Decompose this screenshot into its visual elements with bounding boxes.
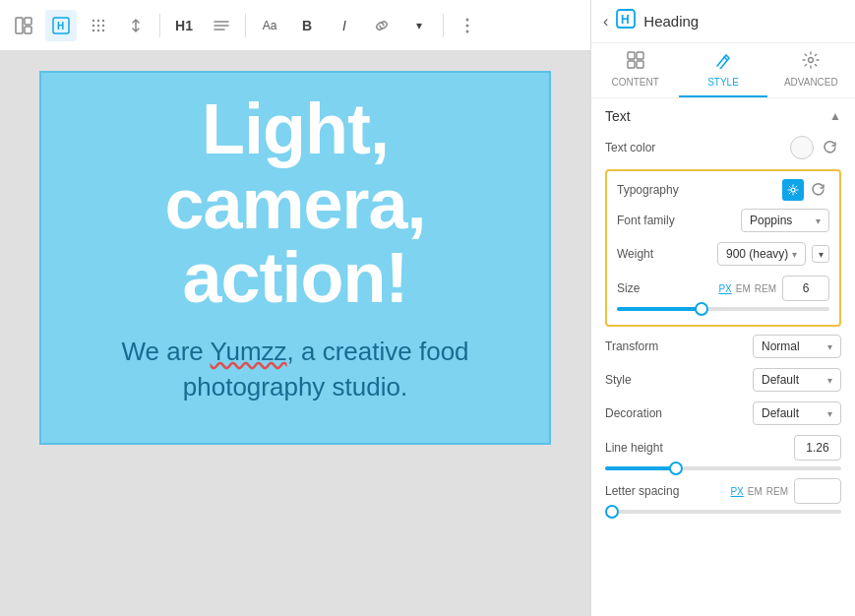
text-format-button[interactable]: Aa (254, 10, 285, 41)
size-slider-thumb[interactable] (695, 302, 708, 316)
font-family-label: Font family (617, 214, 675, 227)
svg-point-18 (466, 24, 469, 27)
heading-button[interactable]: H (45, 10, 77, 41)
line-height-input[interactable] (794, 435, 841, 461)
style-select[interactable]: Default ▾ (753, 368, 841, 392)
bold-button[interactable]: B (291, 10, 323, 41)
weight-expand[interactable]: ▾ (812, 245, 829, 263)
left-panel: H H1 (0, 0, 590, 616)
svg-point-7 (102, 19, 104, 21)
svg-rect-24 (628, 61, 635, 68)
advanced-tab-icon (802, 51, 820, 73)
canvas-area: Light, camera, action! We are Yumzz, a c… (0, 51, 590, 616)
line-height-container: Line height (605, 435, 841, 470)
transform-select[interactable]: Normal ▾ (753, 335, 841, 358)
svg-point-12 (97, 29, 99, 31)
content-box[interactable]: Light, camera, action! We are Yumzz, a c… (39, 71, 551, 445)
separator2 (245, 14, 246, 37)
tab-style[interactable]: STYLE (679, 43, 766, 97)
panel-title: Heading (643, 13, 699, 30)
letter-spacing-input[interactable] (794, 478, 841, 504)
size-unit-px[interactable]: PX (718, 283, 731, 294)
decoration-arrow: ▾ (827, 408, 832, 419)
ls-unit-em[interactable]: EM (748, 486, 763, 497)
font-family-select[interactable]: Poppins ▾ (741, 209, 829, 232)
transform-label: Transform (605, 339, 658, 353)
content-tab-icon (627, 51, 644, 73)
svg-rect-1 (25, 18, 31, 25)
arrows-button[interactable] (120, 10, 152, 41)
font-family-row: Font family Poppins ▾ (617, 209, 829, 232)
letter-spacing-label: Letter spacing (605, 484, 679, 498)
size-input[interactable] (782, 276, 829, 301)
weight-arrow: ▾ (792, 249, 797, 260)
svg-point-17 (466, 18, 469, 21)
text-color-reset[interactable] (820, 137, 841, 158)
tab-content[interactable]: CONTENT (591, 43, 679, 97)
back-button[interactable]: ‹ (603, 13, 608, 31)
panel-content: Text ▲ Text color (591, 98, 855, 616)
content-tab-label: CONTENT (611, 77, 658, 88)
subtext: We are Yumzz, a creative food photograph… (61, 334, 529, 405)
transform-arrow: ▾ (827, 341, 832, 352)
separator (159, 14, 160, 37)
letter-spacing-container: Letter spacing PX EM REM (605, 478, 841, 514)
line-height-slider-thumb[interactable] (669, 462, 683, 475)
weight-select[interactable]: 900 (heavy) ▾ (717, 242, 806, 266)
options-button[interactable] (452, 10, 483, 41)
text-section-header[interactable]: Text ▲ (591, 98, 855, 132)
size-slider-track (617, 307, 829, 311)
svg-rect-25 (637, 61, 643, 68)
grid-button[interactable] (83, 10, 114, 41)
svg-point-13 (102, 29, 104, 31)
typography-gear[interactable] (782, 179, 804, 201)
svg-point-5 (92, 19, 94, 21)
align-button[interactable] (206, 10, 237, 41)
decoration-select[interactable]: Default ▾ (753, 401, 841, 425)
svg-point-8 (92, 24, 94, 26)
h1-button[interactable]: H1 (168, 10, 200, 41)
right-panel: ‹ H Heading CONTENT (590, 0, 855, 616)
letter-spacing-units: PX EM REM (730, 486, 788, 497)
style-label: Style (605, 373, 632, 387)
size-slider-container (617, 307, 829, 311)
panel-header: ‹ H Heading (591, 0, 855, 43)
size-slider-fill (617, 307, 702, 311)
separator3 (443, 14, 444, 37)
letter-spacing-thumb[interactable] (605, 505, 619, 519)
svg-point-26 (809, 58, 814, 63)
editor-toolbar: H H1 (0, 0, 590, 51)
ls-unit-rem[interactable]: REM (766, 486, 788, 497)
svg-text:H: H (57, 21, 64, 31)
text-color-controls (790, 136, 841, 159)
svg-point-11 (92, 29, 94, 31)
size-units: PX EM REM (718, 283, 776, 294)
tab-advanced[interactable]: ADVANCED (767, 43, 855, 97)
line-height-slider-track (605, 466, 841, 470)
style-arrow: ▾ (827, 375, 832, 386)
typography-header: Typography (617, 179, 829, 201)
svg-rect-22 (628, 52, 635, 59)
svg-rect-23 (637, 52, 643, 59)
heading-text: Light, camera, action! (164, 92, 425, 316)
style-tab-label: STYLE (707, 77, 739, 88)
italic-button[interactable]: I (329, 10, 360, 41)
link-button[interactable] (366, 10, 397, 41)
svg-point-9 (97, 24, 99, 26)
size-unit-em[interactable]: EM (736, 283, 751, 294)
typography-label: Typography (617, 183, 679, 197)
ls-unit-px[interactable]: PX (730, 486, 743, 497)
svg-point-6 (97, 19, 99, 21)
typography-reset[interactable] (808, 179, 829, 201)
text-color-label: Text color (605, 141, 655, 154)
typography-actions (782, 179, 829, 201)
weight-label: Weight (617, 247, 653, 261)
panel-tabs: CONTENT STYLE ADVANCED (591, 43, 855, 98)
more-button[interactable]: ▾ (403, 10, 435, 41)
svg-rect-2 (25, 27, 31, 33)
color-picker[interactable] (790, 136, 814, 159)
layout-button[interactable] (8, 10, 39, 41)
size-unit-rem[interactable]: REM (755, 283, 776, 294)
svg-text:H: H (621, 13, 630, 27)
typography-box: Typography (605, 169, 841, 327)
